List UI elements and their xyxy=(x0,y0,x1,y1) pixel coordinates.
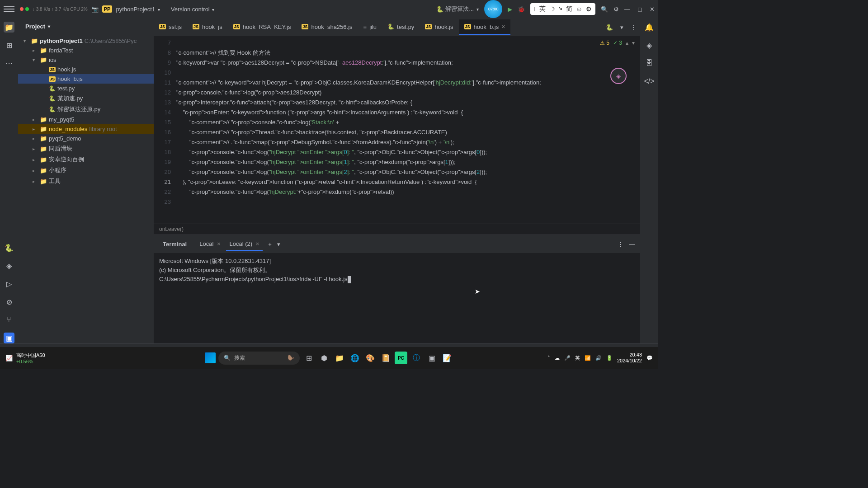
notifications-button[interactable]: 🔔 xyxy=(644,22,655,33)
editor-tab[interactable]: JS ssl.js xyxy=(154,19,187,35)
services-button[interactable]: ▷ xyxy=(4,278,14,289)
ime-toolbar[interactable]: I 英 ☽ '• 简 ☺ ⚙ xyxy=(530,3,595,15)
weather-icon[interactable]: 📈 xyxy=(5,355,13,361)
tree-item[interactable]: 🐍 某加速.py xyxy=(18,93,154,104)
ime-punct-icon[interactable]: '• xyxy=(559,5,562,13)
more-tool-button[interactable]: ⋯ xyxy=(4,58,14,69)
ime-settings-icon[interactable]: ⚙ xyxy=(586,5,592,13)
structure-tool-button[interactable]: ⊞ xyxy=(4,40,14,51)
terminal-output[interactable]: ➤ Microsoft Windows [版本 10.0.22631.4317]… xyxy=(154,253,640,343)
database-button[interactable]: 🗄 xyxy=(644,58,655,69)
tab-close-button[interactable]: × xyxy=(501,23,505,30)
vcs-dropdown[interactable]: Version control ▾ xyxy=(171,6,215,13)
inspections-widget[interactable]: ⚠ 5 ✓ 3 ▴▾ xyxy=(600,40,635,46)
taskbar-terminal[interactable]: ▣ xyxy=(425,352,438,364)
tree-item[interactable]: JS hook_b.js xyxy=(18,74,154,84)
tab-py-icon[interactable]: 🐍 xyxy=(602,24,617,31)
ime-simp[interactable]: 简 xyxy=(566,5,572,13)
terminal-tab[interactable]: Local × xyxy=(196,238,224,251)
editor-tab[interactable]: JS hook.js xyxy=(420,19,458,35)
code-editor[interactable]: ⚠ 5 ✓ 3 ▴▾ ◈ 789101112131415161718192021… xyxy=(154,36,640,224)
tray-onedrive[interactable]: ☁ xyxy=(555,355,560,361)
ai-assistant-badge[interactable]: ◈ xyxy=(610,68,627,84)
tree-item[interactable]: ▸📁 node_modules library root xyxy=(18,124,154,134)
editor-tab[interactable]: JS hook_js xyxy=(187,19,228,35)
tree-item[interactable]: ▸📁 fordaTest xyxy=(18,46,154,55)
editor-tab[interactable]: JS hook_b.js × xyxy=(459,19,511,35)
task-view-button[interactable]: ⊞ xyxy=(302,352,315,364)
tree-item[interactable]: JS hook.js xyxy=(18,65,154,74)
tray-clock[interactable]: 20:43 2024/10/22 xyxy=(617,352,642,364)
terminal-dropdown-button[interactable]: ▾ xyxy=(277,241,280,248)
editor-tab[interactable]: ≡ jilu xyxy=(358,19,382,35)
problems-button[interactable]: ⊘ xyxy=(4,296,14,307)
search-icon[interactable]: 🔍 xyxy=(601,6,608,13)
weather-widget[interactable]: 高时中国A50 +0.56% xyxy=(16,352,45,364)
tree-item[interactable]: ▸📁 pyqt5_demo xyxy=(18,134,154,143)
tree-item[interactable]: ▸📁 工具 xyxy=(18,176,154,187)
taskbar-app[interactable]: 📔 xyxy=(379,352,392,364)
project-panel-header[interactable]: Project ▾ xyxy=(18,18,154,34)
code-content[interactable]: "c-comment">// 找到要 Hook 的方法"c-keyword">v… xyxy=(176,36,640,224)
taskbar-app[interactable]: 🎨 xyxy=(364,352,377,364)
taskbar-pycharm[interactable]: PC xyxy=(395,352,407,364)
tray-mic[interactable]: 🎤 xyxy=(564,355,571,361)
settings-icon[interactable]: ⚙ xyxy=(613,6,619,13)
taskbar-search[interactable]: 🔍 搜索 🦫 xyxy=(218,352,300,365)
editor-tab[interactable]: JS hook_RSA_KEY.js xyxy=(228,19,297,35)
editor-gutter[interactable]: 7891011121314151617181920212223 xyxy=(154,36,176,224)
packages-button[interactable]: ◈ xyxy=(4,260,14,271)
tab-dropdown-button[interactable]: ▾ xyxy=(617,24,627,31)
camera-icon[interactable]: 📷 xyxy=(91,6,99,13)
tree-item[interactable]: 🐍 解密算法还原.py xyxy=(18,104,154,115)
editor-breadcrumb[interactable]: onLeave() xyxy=(154,224,640,235)
terminal-title[interactable]: Terminal xyxy=(159,238,190,250)
ai-chat-button[interactable]: ◈ xyxy=(644,40,655,51)
debug-button[interactable]: 🐞 xyxy=(518,6,525,13)
tree-item[interactable]: ▸📁 小程序 xyxy=(18,165,154,176)
ime-moon-icon[interactable]: ☽ xyxy=(549,5,555,13)
start-button[interactable] xyxy=(205,352,216,363)
main-menu-button[interactable] xyxy=(4,4,14,14)
tray-volume[interactable]: 🔊 xyxy=(595,355,602,361)
tree-item[interactable]: 🐍 test.py xyxy=(18,84,154,93)
taskbar-app[interactable]: ⓘ xyxy=(410,352,423,364)
code-tool-button[interactable]: </> xyxy=(644,76,655,87)
maximize-button[interactable]: ◻ xyxy=(637,6,642,13)
terminal-options-button[interactable]: ⋮ xyxy=(618,241,623,248)
editor-tab[interactable]: 🐍 test.py xyxy=(382,19,420,35)
terminal-tab[interactable]: Local (2) × xyxy=(226,238,263,251)
tree-item[interactable]: ▸📁 同盾滑块 xyxy=(18,143,154,154)
project-tree[interactable]: ▾ 📁 pythonProject1 C:\Users\25855\Pyc ▸📁… xyxy=(18,34,154,343)
editor-tab[interactable]: JS hook_sha256.js xyxy=(296,19,358,35)
terminal-minimize-button[interactable]: — xyxy=(629,241,635,248)
terminal-tool-button[interactable]: ▣ xyxy=(4,333,14,343)
minimize-button[interactable]: — xyxy=(624,6,630,13)
tree-root[interactable]: ▾ 📁 pythonProject1 C:\Users\25855\Pyc xyxy=(18,36,154,46)
tray-wifi[interactable]: 📶 xyxy=(585,355,591,361)
terminal-new-tab-button[interactable]: + xyxy=(268,241,272,248)
tray-chevron[interactable]: ˄ xyxy=(547,355,550,361)
project-tool-button[interactable]: 📁 xyxy=(4,22,14,33)
taskbar-edge[interactable]: 🌐 xyxy=(349,352,361,364)
taskbar-notepad[interactable]: 📝 xyxy=(441,352,453,364)
ime-lang[interactable]: 英 xyxy=(539,5,546,13)
tray-notifications[interactable]: 💬 xyxy=(646,355,653,361)
tree-item[interactable]: ▸📁 安卓逆向百例 xyxy=(18,154,154,165)
tray-lang[interactable]: 英 xyxy=(575,355,580,361)
close-icon[interactable]: × xyxy=(256,240,259,247)
run-config-dropdown[interactable]: 🐍 解密算法... ▾ xyxy=(436,5,479,13)
python-console-button[interactable]: 🐍 xyxy=(4,242,14,253)
tab-more-button[interactable]: ⋮ xyxy=(627,24,640,31)
tray-battery[interactable]: 🔋 xyxy=(606,355,613,361)
git-button[interactable]: ⑂ xyxy=(4,314,14,325)
taskbar-app[interactable]: ⬢ xyxy=(318,352,330,364)
tree-item[interactable]: ▸📁 my_pyqt5 xyxy=(18,115,154,124)
close-icon[interactable]: × xyxy=(217,240,221,247)
close-button[interactable]: ✕ xyxy=(650,6,655,13)
ime-emoji-icon[interactable]: ☺ xyxy=(576,5,582,13)
project-name-dropdown[interactable]: pythonProject1 ▾ xyxy=(116,6,160,13)
run-button[interactable]: ▶ xyxy=(508,6,512,13)
taskbar-explorer[interactable]: 📁 xyxy=(333,352,346,364)
tree-item[interactable]: ▾📁 ios xyxy=(18,55,154,65)
